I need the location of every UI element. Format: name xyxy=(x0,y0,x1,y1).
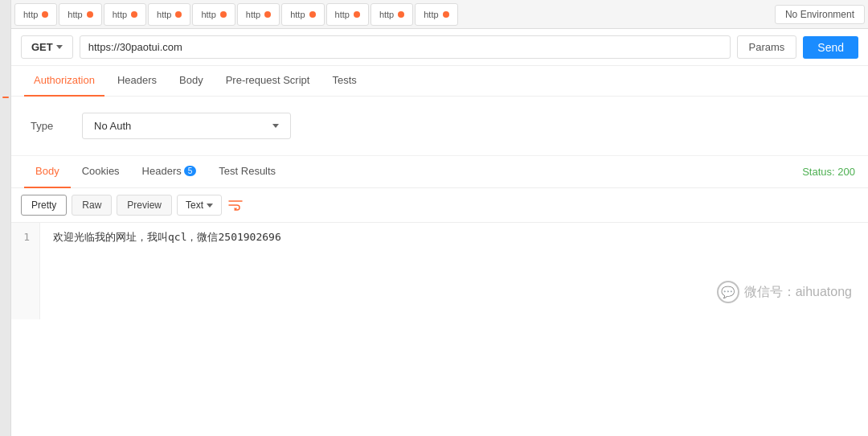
tab-dot-6 xyxy=(264,11,271,18)
preview-button[interactable]: Preview xyxy=(117,195,172,216)
tab-7[interactable]: http xyxy=(281,3,324,26)
status-info: Status: 200 xyxy=(802,166,855,178)
watermark-text: 微信号：aihuatong xyxy=(744,284,852,301)
tab-3[interactable]: http xyxy=(104,3,146,26)
tab-1[interactable]: http xyxy=(14,3,57,26)
tab-dot-3 xyxy=(131,11,137,18)
tab-label-2: http xyxy=(68,10,82,19)
url-input[interactable] xyxy=(80,35,731,59)
tab-dot-7 xyxy=(309,11,316,18)
auth-type-row: Type No Auth xyxy=(11,97,868,156)
tab-dot-5 xyxy=(220,11,227,18)
tab-dot-10 xyxy=(443,11,449,18)
resp-tab-test-results[interactable]: Test Results xyxy=(207,156,287,188)
auth-type-chevron-icon xyxy=(272,124,279,128)
format-type-chevron-icon xyxy=(207,204,213,208)
type-label: Type xyxy=(31,120,63,132)
response-content: 欢迎光临我的网址，我叫qcl，微信2501902696 xyxy=(40,223,868,319)
method-dropdown[interactable]: GET xyxy=(21,35,73,59)
tab-dot-4 xyxy=(175,11,182,18)
tab-label-7: http xyxy=(290,10,305,19)
tab-4[interactable]: http xyxy=(148,3,190,26)
resp-tab-headers[interactable]: Headers 5 xyxy=(131,156,208,188)
tab-label-1: http xyxy=(23,10,38,19)
watermark-icon: 💬 xyxy=(717,281,739,303)
tab-authorization[interactable]: Authorization xyxy=(24,66,104,97)
tab-9[interactable]: http xyxy=(371,3,413,26)
response-body: 1 欢迎光临我的网址，我叫qcl，微信2501902696 💬 微信号：aihu… xyxy=(11,223,868,319)
resp-tab-cookies[interactable]: Cookies xyxy=(71,156,131,188)
send-button[interactable]: Send xyxy=(803,36,858,59)
tab-label-8: http xyxy=(335,10,350,19)
tab-label-6: http xyxy=(246,10,260,19)
tab-5[interactable]: http xyxy=(192,3,235,26)
tab-2[interactable]: http xyxy=(59,3,101,26)
left-nav-strip xyxy=(0,0,11,319)
no-environment-button[interactable]: No Environment xyxy=(775,5,865,24)
params-button[interactable]: Params xyxy=(737,35,797,59)
resp-tab-body[interactable]: Body xyxy=(24,156,71,188)
strip-indicator xyxy=(2,97,9,98)
auth-type-value: No Auth xyxy=(94,120,131,132)
tab-label-10: http xyxy=(424,10,438,19)
format-type-value: Text xyxy=(186,199,203,211)
tab-8[interactable]: http xyxy=(326,3,369,26)
tab-6[interactable]: http xyxy=(237,3,280,26)
tab-10[interactable]: http xyxy=(415,3,457,26)
tab-label-4: http xyxy=(157,10,171,19)
method-value: GET xyxy=(31,41,53,53)
status-value: 200 xyxy=(837,166,855,178)
line-numbers: 1 xyxy=(11,223,40,319)
response-line-1: 欢迎光临我的网址，我叫qcl，微信2501902696 xyxy=(53,229,855,246)
pretty-button[interactable]: Pretty xyxy=(21,195,67,216)
response-header: Body Cookies Headers 5 Test Results Stat… xyxy=(11,156,868,188)
tab-label-9: http xyxy=(379,10,394,19)
tab-body[interactable]: Body xyxy=(170,66,213,97)
tab-dot-1 xyxy=(42,11,48,18)
watermark: 💬 微信号：aihuatong xyxy=(717,281,852,303)
response-section: Body Cookies Headers 5 Test Results Stat… xyxy=(11,156,868,319)
tab-tests[interactable]: Tests xyxy=(322,66,366,97)
response-tabs: Body Cookies Headers 5 Test Results xyxy=(24,156,287,188)
auth-type-dropdown[interactable]: No Auth xyxy=(82,113,291,139)
tab-bar: http http http http http http http http xyxy=(11,0,868,29)
method-chevron-icon xyxy=(56,45,63,49)
format-type-dropdown[interactable]: Text xyxy=(177,195,222,216)
tab-pre-request-script[interactable]: Pre-request Script xyxy=(216,66,320,97)
tab-label-5: http xyxy=(201,10,215,19)
tab-dot-8 xyxy=(354,11,360,18)
tab-headers[interactable]: Headers xyxy=(108,66,166,97)
word-wrap-icon[interactable] xyxy=(227,196,244,214)
tab-label-3: http xyxy=(113,10,127,19)
tab-dot-9 xyxy=(398,11,404,18)
tab-dot-2 xyxy=(87,11,93,18)
url-bar: GET Params Send xyxy=(11,29,868,66)
request-tabs: Authorization Headers Body Pre-request S… xyxy=(11,66,868,97)
format-bar: Pretty Raw Preview Text xyxy=(11,188,868,223)
raw-button[interactable]: Raw xyxy=(72,195,112,216)
headers-badge: 5 xyxy=(184,166,197,176)
